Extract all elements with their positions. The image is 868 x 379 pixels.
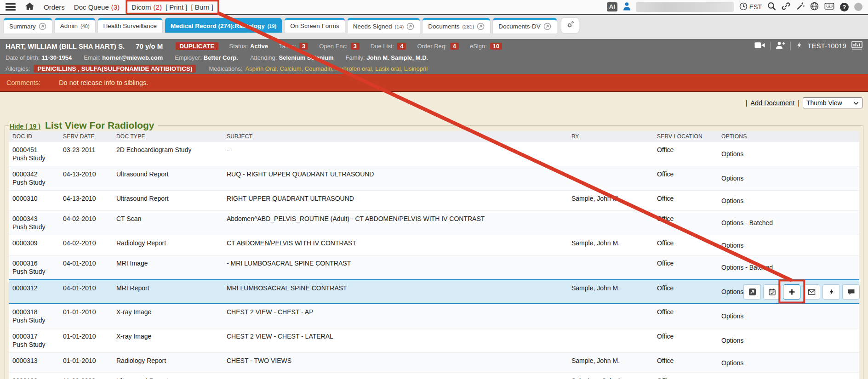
- due-list-label: Due List:: [371, 43, 394, 50]
- tasks-count-badge[interactable]: 3: [299, 43, 308, 50]
- timezone-indicator[interactable]: EST: [739, 2, 762, 12]
- globe-icon[interactable]: [810, 2, 819, 12]
- hide-link[interactable]: Hide ( 19 ): [10, 123, 40, 130]
- tab-label: On Screen Forms: [290, 23, 339, 29]
- options-link[interactable]: Options: [721, 312, 743, 320]
- open-document-button[interactable]: [743, 284, 761, 300]
- video-camera-icon[interactable]: [754, 42, 765, 50]
- schedule-button[interactable]: [763, 284, 781, 300]
- nav-dicom[interactable]: Dicom (2): [131, 3, 162, 11]
- table-row[interactable]: 0000316Push Study04-01-2010MRI Image- MR…: [9, 255, 859, 280]
- subject-cell: -: [223, 142, 568, 166]
- tab-summary[interactable]: Summary: [4, 18, 52, 34]
- user-icon[interactable]: [623, 2, 631, 12]
- tab-needs-signed[interactable]: Needs Signed (14): [348, 18, 420, 34]
- add-document-link[interactable]: Add Document: [750, 99, 794, 107]
- serv-date-cell: 01-01-2010: [59, 353, 113, 373]
- tab-label: Needs Signed: [353, 23, 392, 30]
- help-icon[interactable]: ?: [840, 3, 849, 11]
- add-icon: [788, 288, 796, 296]
- table-row[interactable]: 0000318Push Study01-01-2010X-ray ImageCH…: [9, 304, 859, 328]
- due-list-count-badge[interactable]: 4: [397, 43, 406, 50]
- open-enc-count-badge[interactable]: 3: [351, 43, 360, 50]
- col-serv-date[interactable]: SERV DATE: [59, 131, 113, 142]
- keyboard-icon[interactable]: [824, 3, 834, 11]
- tab-count: (14): [395, 24, 404, 29]
- patient-name: HART, WILLIAM (BILL SHA HART) S.: [6, 42, 125, 50]
- doc-id-cell: 0000343Push Study: [9, 211, 59, 235]
- options-cell: Options: [718, 304, 859, 328]
- magic-wand-icon[interactable]: [796, 2, 805, 12]
- radiology-list-panel: Hide ( 19 ) List View For Radiology DOC …: [5, 120, 863, 379]
- options-link[interactable]: Options - Batched: [721, 219, 773, 227]
- quick-action-bolt-icon[interactable]: [796, 41, 803, 51]
- quick-sign-button[interactable]: [822, 284, 840, 300]
- email-button[interactable]: [803, 284, 820, 300]
- ai-badge[interactable]: AI: [607, 2, 617, 11]
- options-link[interactable]: Options: [721, 336, 743, 345]
- table-row[interactable]: 000031204-01-2010MRI ReportMRI LUMBOSACR…: [9, 280, 859, 304]
- col-doc-type[interactable]: DOC TYPE: [113, 131, 223, 142]
- subject-cell: CHEST 2 VIEW - CHEST - LATERAL: [223, 328, 568, 353]
- options-link[interactable]: Options: [721, 241, 743, 249]
- by-cell: [568, 328, 653, 353]
- email-icon: [808, 288, 816, 296]
- col-doc-id[interactable]: DOC ID: [9, 131, 59, 142]
- tab-settings-button[interactable]: [561, 18, 579, 33]
- serv-location-cell: Office: [653, 353, 718, 373]
- dicom-print-button[interactable]: [ Print ]: [166, 3, 188, 11]
- serv-date-cell: 04-01-2010: [59, 280, 113, 304]
- search-icon[interactable]: [767, 2, 776, 12]
- link-icon[interactable]: [782, 2, 790, 12]
- esign-count-badge[interactable]: 10: [490, 43, 502, 50]
- tab-on-screen-forms[interactable]: On Screen Forms: [285, 18, 345, 33]
- flowsheet-chart-icon[interactable]: [851, 41, 862, 51]
- table-row[interactable]: 000031004-13-2010Ultrasound ReportRIGHT …: [9, 191, 859, 211]
- col-options[interactable]: OPTIONS: [718, 131, 859, 142]
- nav-doc-queue[interactable]: Doc Queue (3): [74, 3, 120, 11]
- tasks-label: Tasks:: [279, 43, 296, 50]
- table-row[interactable]: 0000451Push Study03-23-20112D Echocardio…: [9, 142, 859, 166]
- tab-count: (40): [80, 23, 90, 29]
- options-cell: Options: [718, 328, 859, 353]
- serv-location-cell: Office: [653, 304, 718, 328]
- table-row[interactable]: 0000342Push Study04-13-2010Ultrasound Re…: [9, 166, 859, 191]
- table-row[interactable]: 000019911-06-2009Ultrasound ReportSeleni…: [9, 373, 859, 379]
- options-link[interactable]: Options: [721, 174, 743, 182]
- doc-id-cell: 0000313: [9, 353, 59, 373]
- tab-documents[interactable]: Documents (281): [423, 18, 490, 34]
- options-link[interactable]: Options: [721, 288, 743, 296]
- order-req-count-badge[interactable]: 4: [450, 43, 459, 50]
- medications-list: Aspirin Oral, Calcium, Coumadin, ibuprof…: [245, 65, 428, 72]
- serv-location-cell: Office: [653, 255, 718, 280]
- chart-id: TEST-10019: [808, 42, 846, 50]
- table-row[interactable]: 000030904-02-2010Radiology ReportCT ABDO…: [9, 235, 859, 255]
- col-by[interactable]: BY: [568, 131, 653, 142]
- hamburger-menu-icon[interactable]: [6, 3, 16, 11]
- tab-health-surveillance[interactable]: Health Surveillance: [98, 18, 162, 33]
- view-mode-select[interactable]: Thumb View: [803, 97, 862, 108]
- options-link[interactable]: Options: [721, 359, 743, 367]
- table-row[interactable]: 000031301-01-2010Radiology ReportCHEST -…: [9, 353, 859, 373]
- col-serv-location[interactable]: SERV LOCATION: [653, 131, 718, 142]
- col-subject[interactable]: SUBJECT: [223, 131, 568, 142]
- doc-type-cell: Radiology Report: [113, 235, 223, 255]
- serv-location-cell: Office: [653, 211, 718, 235]
- dicom-burn-button[interactable]: [ Burn ]: [191, 3, 213, 11]
- avatar[interactable]: [854, 3, 862, 11]
- duplicate-badge[interactable]: DUPLICATE: [176, 42, 218, 50]
- nav-orders[interactable]: Orders: [44, 3, 65, 11]
- options-link[interactable]: Options: [721, 150, 743, 158]
- add-button[interactable]: [783, 284, 800, 300]
- serv-date-cell: 01-01-2010: [59, 304, 113, 328]
- table-row[interactable]: 0000317Push Study01-01-2010X-ray ImageCH…: [9, 328, 859, 353]
- tab-documents-dv[interactable]: Documents-DV: [493, 18, 557, 34]
- tab-medical-record-radiology[interactable]: Medical Record (274):Radiology (19): [165, 18, 282, 33]
- table-row[interactable]: 0000343Push Study04-02-2010CT ScanAbdome…: [9, 211, 859, 235]
- options-link[interactable]: Options: [721, 197, 743, 205]
- add-person-icon[interactable]: [776, 41, 785, 51]
- home-button[interactable]: [25, 2, 34, 12]
- comment-button[interactable]: [842, 284, 860, 300]
- tab-admin[interactable]: Admin (40): [55, 18, 95, 33]
- options-link[interactable]: Options - Batched: [721, 263, 773, 272]
